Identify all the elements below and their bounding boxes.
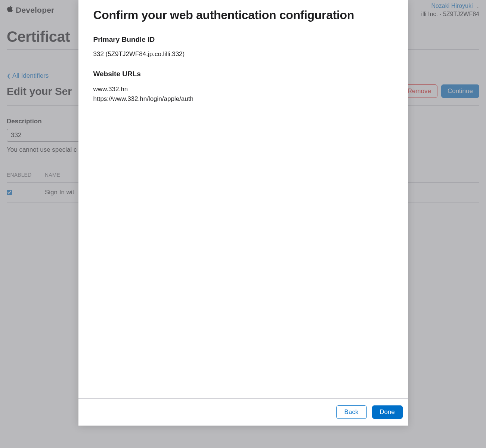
confirm-modal: Confirm your web authentication configur…: [78, 0, 408, 426]
done-button[interactable]: Done: [372, 405, 403, 419]
website-urls-heading: Website URLs: [93, 69, 393, 79]
modal-title: Confirm your web authentication configur…: [93, 7, 393, 24]
modal-body: Confirm your web authentication configur…: [78, 0, 408, 398]
primary-bundle-id-heading: Primary Bundle ID: [93, 35, 393, 45]
modal-overlay: Confirm your web authentication configur…: [0, 0, 486, 448]
website-url-item: https://www.332.hn/login/apple/auth: [93, 94, 393, 104]
website-url-item: www.332.hn: [93, 84, 393, 94]
primary-bundle-id-value: 332 (5Z9TJ2WF84.jp.co.lilli.332): [93, 50, 393, 59]
website-urls-list: www.332.hn https://www.332.hn/login/appl…: [93, 84, 393, 104]
back-button[interactable]: Back: [336, 405, 367, 419]
modal-footer: Back Done: [78, 398, 408, 426]
